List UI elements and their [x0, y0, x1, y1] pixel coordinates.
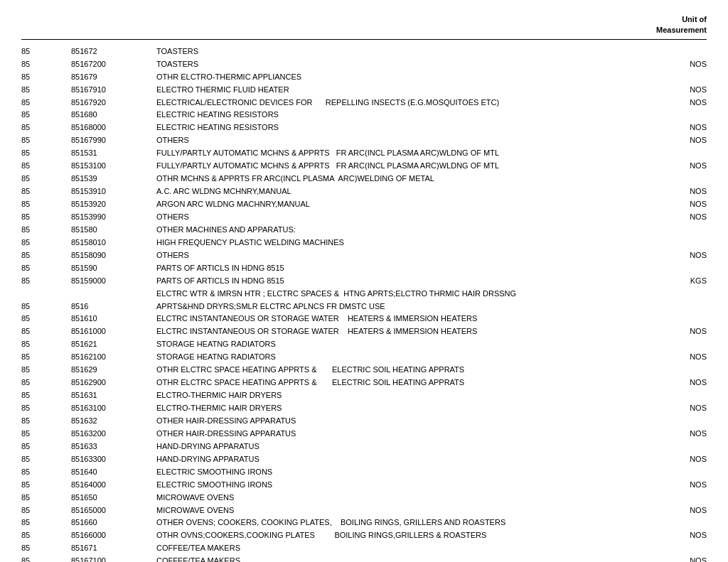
cell-code: 851633	[71, 441, 156, 453]
cell-chapter: 85	[21, 364, 71, 376]
cell-unit: NOS	[621, 428, 707, 440]
cell-unit: NOS	[621, 556, 707, 562]
table-row: 85851631ELCTRO-THERMIC HAIR DRYERS	[21, 389, 707, 402]
cell-code: 851632	[71, 416, 156, 427]
cell-unit: NOS	[621, 135, 707, 146]
cell-description: ELECTRIC HEATING RESISTORS	[156, 122, 621, 134]
cell-chapter: 85	[21, 186, 71, 198]
cell-code: 851531	[71, 148, 156, 159]
cell-code: 85162100	[71, 352, 156, 363]
cell-unit: NOS	[621, 250, 707, 261]
cell-description: OTHER OVENS; COOKERS, COOKING PLATES, BO…	[156, 517, 621, 529]
cell-chapter: 85	[21, 313, 71, 325]
table-row: 8585165000MICROWAVE OVENSNOS	[21, 504, 707, 517]
cell-chapter: 85	[21, 390, 71, 401]
table-row: 8585162900OTHR ELCTRC SPACE HEATING APPR…	[21, 377, 707, 389]
cell-code: 85168000	[71, 122, 156, 134]
table-row: 85851580OTHER MACHINES AND APPARATUS:	[21, 224, 707, 237]
cell-chapter: 85	[21, 454, 71, 465]
cell-chapter: 85	[21, 97, 71, 109]
table-row: 85851531FULLY/PARTLY AUTOMATIC MCHNS & A…	[21, 147, 707, 160]
table-row: 85851680ELECTRIC HEATING RESISTORS	[21, 109, 707, 121]
table-row: 8585167100COFFEE/TEA MAKERSNOS	[21, 555, 707, 562]
table-row: 8585153990OTHERSNOS	[21, 211, 707, 224]
table-row: 85851539OTHR MCHNS & APPRTS FR ARC(INCL …	[21, 173, 707, 185]
table-row: 8585158010HIGH FREQUENCY PLASTIC WELDING…	[21, 237, 707, 249]
cell-unit: NOS	[621, 403, 707, 414]
cell-description: ELCTRO-THERMIC HAIR DRYERS	[156, 390, 621, 401]
cell-chapter: 85	[21, 237, 71, 249]
cell-unit	[621, 517, 707, 529]
cell-description: HAND-DRYING APPARATUS	[156, 441, 621, 453]
cell-description: ELECTRIC HEATING RESISTORS	[156, 109, 621, 121]
cell-chapter: 85	[21, 135, 71, 146]
table-row: 85851590PARTS OF ARTICLS IN HDNG 8515	[21, 262, 707, 275]
table-row: 8585163200OTHER HAIR-DRESSING APPARATUSN…	[21, 428, 707, 441]
cell-unit	[621, 72, 707, 83]
cell-code: 85165000	[71, 505, 156, 517]
cell-unit: NOS	[621, 199, 707, 210]
cell-unit	[621, 467, 707, 478]
table-row: 85851671COFFEE/TEA MAKERS	[21, 542, 707, 555]
table-row: 8585159000PARTS OF ARTICLS IN HDNG 8515K…	[21, 275, 707, 288]
table-row: 8585162100STORAGE HEATNG RADIATORSNOS	[21, 351, 707, 364]
cell-unit: NOS	[621, 326, 707, 337]
cell-unit: NOS	[621, 505, 707, 517]
cell-chapter: 85	[21, 492, 71, 504]
table-row: 8585153920ARGON ARC WLDNG MACHNRY,MANUAL…	[21, 198, 707, 211]
cell-code: 85158090	[71, 250, 156, 261]
cell-chapter: 85	[21, 72, 71, 83]
cell-code: 85166000	[71, 530, 156, 541]
cell-chapter: 85	[21, 467, 71, 478]
cell-unit: NOS	[621, 530, 707, 541]
cell-code: 85167100	[71, 556, 156, 562]
cell-description: HAND-DRYING APPARATUS	[156, 454, 621, 465]
cell-description: TOASTERS	[156, 46, 621, 58]
cell-unit	[621, 390, 707, 401]
cell-chapter	[21, 288, 71, 300]
cell-chapter: 85	[21, 276, 71, 287]
cell-code: 851590	[71, 263, 156, 274]
cell-description: STORAGE HEATNG RADIATORS	[156, 352, 621, 363]
cell-description: COFFEE/TEA MAKERS	[156, 543, 621, 554]
table-row: 85851610ELCTRC INSTANTANEOUS OR STORAGE …	[21, 313, 707, 325]
cell-description: A.C. ARC WLDNG MCHNRY,MANUAL	[156, 186, 621, 198]
cell-unit: NOS	[621, 97, 707, 109]
cell-unit	[621, 339, 707, 350]
cell-chapter: 85	[21, 46, 71, 58]
cell-chapter: 85	[21, 556, 71, 562]
table-row: 85851672TOASTERS	[21, 45, 707, 58]
cell-unit: NOS	[621, 122, 707, 134]
cell-unit	[621, 225, 707, 236]
cell-code: 85161000	[71, 326, 156, 337]
cell-description: OTHERS	[156, 135, 621, 146]
cell-code: 851680	[71, 109, 156, 121]
cell-chapter: 85	[21, 212, 71, 223]
cell-unit	[621, 263, 707, 274]
table-row: 8585167920ELECTRICAL/ELECTRONIC DEVICES …	[21, 97, 707, 109]
table-row: 85851640ELECTRIC SMOOTHING IRONS	[21, 466, 707, 479]
table-row: 8585158090OTHERSNOS	[21, 249, 707, 262]
cell-chapter: 85	[21, 148, 71, 159]
cell-chapter: 85	[21, 250, 71, 261]
cell-code: 85163200	[71, 428, 156, 440]
cell-code	[71, 288, 156, 300]
cell-code: 85162900	[71, 377, 156, 389]
table-row: 858516APRTS&HND DRYRS;SMLR ELCTRC APLNCS…	[21, 301, 707, 313]
cell-chapter: 85	[21, 122, 71, 134]
cell-unit: NOS	[621, 186, 707, 198]
cell-unit	[621, 46, 707, 58]
cell-code: 851610	[71, 313, 156, 325]
cell-code: 85153910	[71, 186, 156, 198]
cell-description: APRTS&HND DRYRS;SMLR ELCTRC APLNCS FR DM…	[156, 301, 621, 313]
cell-description: OTHR ELCTRO-THERMIC APPLIANCES	[156, 72, 621, 83]
cell-chapter: 85	[21, 173, 71, 185]
cell-unit: NOS	[621, 480, 707, 491]
cell-description: ELECTRIC SMOOTHING IRONS	[156, 480, 621, 491]
cell-code: 85167990	[71, 135, 156, 146]
cell-code: 85163300	[71, 454, 156, 465]
cell-chapter: 85	[21, 505, 71, 517]
cell-chapter: 85	[21, 263, 71, 274]
cell-code: 85164000	[71, 480, 156, 491]
header-unit: Unit of Measurement	[621, 14, 707, 36]
